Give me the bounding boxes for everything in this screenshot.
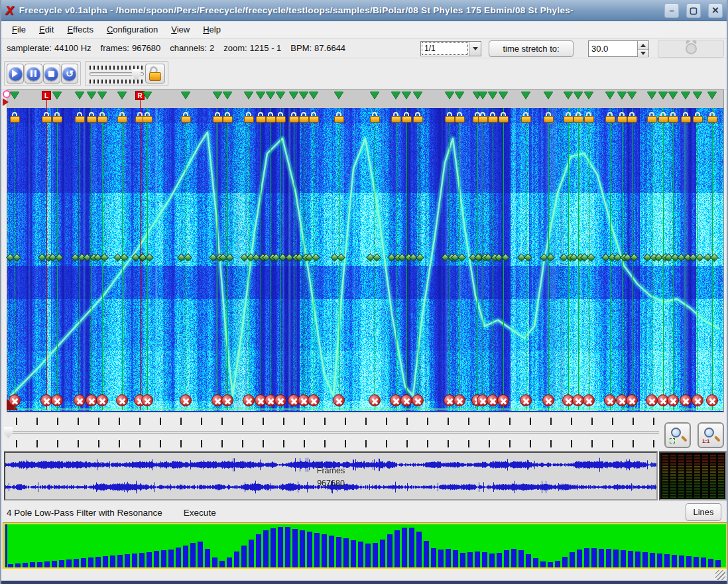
slice-marker-triangle-icon[interactable] xyxy=(256,91,265,103)
envelope-bar[interactable] xyxy=(489,554,495,567)
slice-marker-triangle-icon[interactable] xyxy=(521,91,530,103)
slice-delete-icon[interactable] xyxy=(706,394,718,406)
envelope-bar[interactable] xyxy=(409,528,414,567)
menu-view[interactable]: View xyxy=(164,23,196,36)
waveform-canvas[interactable] xyxy=(5,453,656,499)
envelope-bar[interactable] xyxy=(694,557,699,567)
slice-lock-icon[interactable] xyxy=(87,112,97,123)
slice-lock-icon[interactable] xyxy=(647,112,657,123)
envelope-bar[interactable] xyxy=(628,551,633,567)
slice-lock-icon[interactable] xyxy=(256,112,266,123)
slice-marker-triangle-icon[interactable] xyxy=(499,91,508,103)
time-stretch-button[interactable]: time stretch to: xyxy=(489,40,574,57)
envelope-bar[interactable] xyxy=(322,534,327,567)
envelope-bar[interactable] xyxy=(212,557,217,567)
envelope-bar[interactable] xyxy=(198,542,203,567)
lines-button[interactable]: Lines xyxy=(686,503,721,521)
envelope-bar[interactable] xyxy=(343,538,349,567)
slice-marker-triangle-icon[interactable] xyxy=(544,91,553,103)
slice-marker-triangle-icon[interactable] xyxy=(707,91,717,103)
envelope-bar[interactable] xyxy=(642,552,648,567)
slice-move-handle-icon[interactable] xyxy=(690,254,705,262)
slice-marker-triangle-icon[interactable] xyxy=(402,91,411,103)
envelope-bar[interactable] xyxy=(424,541,429,567)
envelope-bar[interactable] xyxy=(132,554,137,567)
envelope-bar[interactable] xyxy=(635,552,640,567)
slice-lock-icon[interactable] xyxy=(693,112,703,123)
slice-delete-icon[interactable] xyxy=(497,394,509,406)
envelope-bar[interactable] xyxy=(453,550,458,567)
play-button[interactable] xyxy=(7,64,24,84)
envelope-bar[interactable] xyxy=(431,548,436,567)
envelope-bar[interactable] xyxy=(300,530,305,567)
envelope-bar[interactable] xyxy=(329,536,334,567)
slice-marker-triangle-icon[interactable] xyxy=(617,91,627,103)
envelope-bar[interactable] xyxy=(482,552,487,567)
envelope-bar[interactable] xyxy=(387,534,393,567)
slice-marker-triangle-icon[interactable] xyxy=(213,91,222,103)
envelope-bar[interactable] xyxy=(139,553,145,567)
slice-move-handle-icon[interactable] xyxy=(115,254,129,262)
slice-lock-icon[interactable] xyxy=(75,112,85,123)
waveform-overview[interactable]: Frames 967680 xyxy=(4,451,658,500)
envelope-bar[interactable] xyxy=(416,532,422,567)
envelope-bar[interactable] xyxy=(314,533,320,567)
slice-delete-icon[interactable] xyxy=(454,394,465,406)
slice-lock-icon[interactable] xyxy=(544,112,554,123)
slice-move-handle-icon[interactable] xyxy=(140,254,154,262)
envelope-bar[interactable] xyxy=(497,553,502,567)
slice-delete-icon[interactable] xyxy=(646,394,658,406)
envelope-bar[interactable] xyxy=(657,554,662,567)
envelope-bar[interactable] xyxy=(504,550,509,567)
slice-lock-icon[interactable] xyxy=(97,112,107,123)
slice-delete-icon[interactable] xyxy=(604,394,616,406)
slice-marker-triangle-icon[interactable] xyxy=(143,91,152,103)
slice-lock-icon[interactable] xyxy=(668,112,678,123)
slice-lock-icon[interactable] xyxy=(299,112,309,123)
slice-lock-icon[interactable] xyxy=(143,112,152,123)
slice-marker-triangle-icon[interactable] xyxy=(584,91,593,103)
minimize-button[interactable]: – xyxy=(664,3,679,18)
maximize-button[interactable]: ▢ xyxy=(686,3,701,18)
slice-lock-icon[interactable] xyxy=(289,112,299,123)
slice-lock-icon[interactable] xyxy=(402,112,412,123)
slice-lock-icon[interactable] xyxy=(117,112,127,123)
slice-lock-icon[interactable] xyxy=(391,112,401,123)
envelope-editor[interactable] xyxy=(3,523,727,569)
slice-marker-triangle-icon[interactable] xyxy=(10,91,19,103)
slice-lock-icon[interactable] xyxy=(223,112,233,123)
slice-move-handle-icon[interactable] xyxy=(178,254,193,262)
envelope-bar[interactable] xyxy=(577,550,582,567)
slice-marker-triangle-icon[interactable] xyxy=(478,91,487,103)
slice-delete-icon[interactable] xyxy=(51,394,63,406)
envelope-bar[interactable] xyxy=(307,532,312,567)
time-stretch-apply-button[interactable] xyxy=(658,40,724,58)
zoom-to-selection-button[interactable] xyxy=(664,422,691,448)
slice-lock-icon[interactable] xyxy=(276,112,286,123)
menu-effects[interactable]: Effects xyxy=(60,23,100,36)
slice-marker-triangle-icon[interactable] xyxy=(87,91,96,103)
envelope-bar[interactable] xyxy=(672,555,677,567)
envelope-bar[interactable] xyxy=(23,563,28,567)
envelope-bar[interactable] xyxy=(125,554,130,567)
slice-lock-icon[interactable] xyxy=(488,112,498,123)
slice-marker-triangle-icon[interactable] xyxy=(391,91,400,103)
envelope-bar[interactable] xyxy=(460,553,465,567)
menu-help[interactable]: Help xyxy=(196,23,227,36)
envelope-bar[interactable] xyxy=(570,552,575,567)
slice-marker-triangle-icon[interactable] xyxy=(681,91,690,103)
envelope-bar[interactable] xyxy=(219,561,225,567)
slice-delete-icon[interactable] xyxy=(274,394,286,406)
slice-delete-icon[interactable] xyxy=(583,394,595,406)
slice-delete-icon[interactable] xyxy=(96,394,108,406)
slice-lock-icon[interactable] xyxy=(584,112,594,123)
slice-marker-triangle-icon[interactable] xyxy=(75,91,84,103)
envelope-bar[interactable] xyxy=(621,550,626,567)
slice-lock-icon[interactable] xyxy=(213,112,223,123)
slice-marker-triangle-icon[interactable] xyxy=(117,91,127,103)
slice-move-handle-icon[interactable] xyxy=(518,254,533,262)
envelope-bar[interactable] xyxy=(183,546,188,567)
slice-marker-triangle-icon[interactable] xyxy=(276,91,285,103)
envelope-bar[interactable] xyxy=(95,557,101,567)
slice-move-handle-icon[interactable] xyxy=(625,254,639,262)
